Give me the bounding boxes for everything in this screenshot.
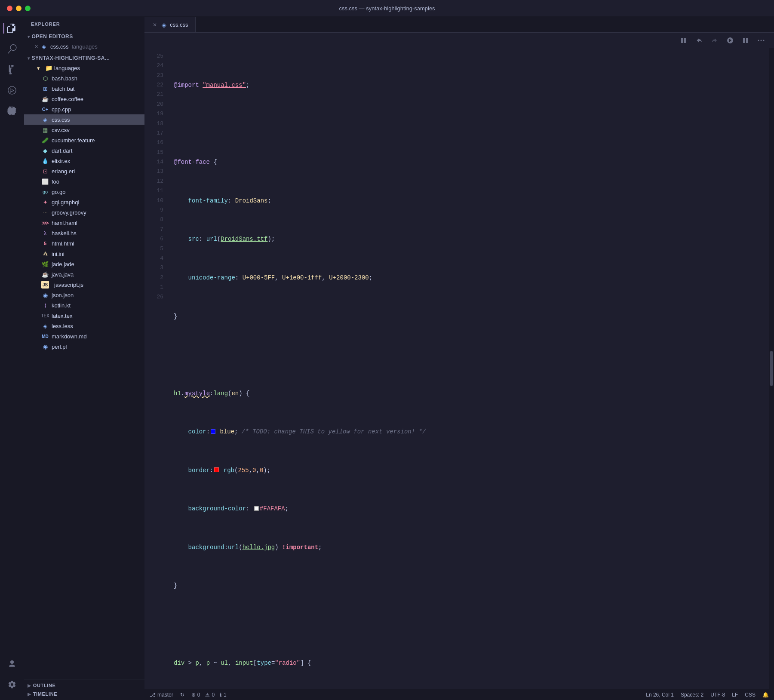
graphql-icon: ✦ [41, 198, 49, 206]
ln-25: 25 [148, 52, 163, 61]
file-java[interactable]: ☕ java.java [24, 269, 144, 279]
css-file-icon: ◈ [40, 43, 48, 50]
activity-account[interactable] [3, 655, 21, 672]
split-view-icon[interactable] [740, 34, 752, 46]
status-bar: ⎇ master ↻ ⊗ 0 ⚠ 0 ℹ 1 Ln 26, Col 1 [144, 689, 774, 700]
file-latex[interactable]: TEX latex.tex [24, 310, 144, 321]
file-haskell[interactable]: λ haskell.hs [24, 228, 144, 238]
cpp-icon: C+ [41, 105, 49, 113]
url-val: DroidSans.ttf [221, 234, 267, 244]
tab-css[interactable]: ✕ ◈ css.css [144, 17, 196, 32]
file-batch[interactable]: ⊞ batch.bat [24, 83, 144, 94]
go-back-icon[interactable] [693, 34, 705, 46]
comment-16: /* TODO: change THIS to yellow for next … [242, 427, 426, 436]
svg-point-2 [761, 40, 762, 41]
file-json[interactable]: ◉ json.json [24, 290, 144, 300]
spaces-status[interactable]: Spaces: 2 [681, 692, 703, 698]
minimize-button[interactable] [16, 6, 22, 11]
svg-point-1 [758, 40, 759, 41]
file-erlang[interactable]: ⊡ erlang.erl [24, 166, 144, 176]
file-js[interactable]: JS javascript.js [24, 279, 144, 290]
outline-section[interactable]: ▶ Outline [24, 681, 144, 690]
file-cucumber[interactable]: 🥒 cucumber.feature [24, 135, 144, 145]
line-ending-status[interactable]: LF [732, 692, 738, 698]
split-editor-icon[interactable] [678, 34, 690, 46]
activity-extensions[interactable] [3, 102, 21, 120]
ln-13: 13 [148, 167, 163, 177]
file-md[interactable]: MD markdown.md [24, 331, 144, 341]
foo-label: foo [52, 178, 59, 185]
tab-close-icon[interactable]: ✕ [151, 21, 158, 28]
sync-status[interactable]: ↻ [180, 692, 184, 698]
code-line-18 [174, 350, 762, 359]
important-kw: !important [282, 543, 318, 552]
project-header[interactable]: ▾ Syntax-Highlighting-Sa... [24, 53, 144, 63]
run-icon[interactable] [724, 34, 736, 46]
file-elixir[interactable]: 💧 elixir.ex [24, 156, 144, 166]
open-editor-css[interactable]: ✕ ◈ css.css languages [24, 41, 144, 52]
file-dart[interactable]: ◆ dart.dart [24, 145, 144, 156]
activity-explorer[interactable] [3, 20, 21, 37]
folder-icon: ▾ [34, 64, 42, 72]
file-csv[interactable]: ▦ csv.csv [24, 125, 144, 135]
encoding-status[interactable]: UTF-8 [710, 692, 725, 698]
coffee-icon: ☕ [41, 95, 49, 103]
file-cpp[interactable]: C+ cpp.cpp [24, 104, 144, 114]
file-css[interactable]: ◈ css.css [24, 114, 144, 125]
java-icon: ☕ [41, 270, 49, 278]
code-editor[interactable]: 25 24 23 22 21 20 19 18 17 16 15 14 13 1… [144, 48, 774, 689]
file-coffee[interactable]: ☕ coffee.coffee [24, 94, 144, 104]
status-right: Ln 26, Col 1 Spaces: 2 UTF-8 LF CSS 🔔 [646, 692, 769, 698]
border-prop: border [188, 466, 210, 475]
file-jade[interactable]: 🌿 jade.jade [24, 259, 144, 269]
md-label: markdown.md [52, 333, 87, 340]
file-haml[interactable]: ⋙ haml.haml [24, 218, 144, 228]
activity-source-control[interactable] [3, 61, 21, 78]
file-graphql[interactable]: ✦ gql.graphql [24, 197, 144, 207]
erlang-label: erlang.erl [52, 168, 75, 175]
ln-7: 7 [148, 225, 163, 234]
code-lines[interactable]: @import "manual.css" ; @font-face { fo [170, 48, 769, 689]
activity-search[interactable] [3, 40, 21, 58]
activity-settings[interactable] [3, 676, 21, 693]
ln-20: 20 [148, 100, 163, 109]
file-groovy[interactable]: ⋯ groovy.groovy [24, 207, 144, 218]
code-line-22: font-family : DroidSans ; [174, 196, 762, 206]
scrollbar[interactable] [769, 48, 774, 689]
close-icon[interactable]: ✕ [34, 44, 38, 49]
file-kotlin[interactable]: ⟩ kotlin.kt [24, 300, 144, 310]
file-perl[interactable]: ◉ perl.pl [24, 341, 144, 352]
timeline-section[interactable]: ▶ Timeline [24, 690, 144, 698]
folder-open-icon: 📁 [45, 64, 52, 72]
elixir-label: elixir.ex [52, 158, 70, 164]
file-less[interactable]: ◈ less.less [24, 321, 144, 331]
errors-status[interactable]: ⊗ 0 ⚠ 0 ℹ 1 [191, 692, 227, 698]
file-html[interactable]: 5 html.html [24, 238, 144, 249]
file-bash[interactable]: ⬡ bash.bash [24, 73, 144, 83]
folder-languages[interactable]: ▾ 📁 languages [24, 63, 144, 73]
activity-run[interactable] [3, 82, 21, 99]
ln-15: 15 [148, 148, 163, 157]
open-editors-label: Open Editors [31, 34, 73, 40]
language-status[interactable]: CSS [745, 692, 756, 698]
color-prop-16: color [188, 427, 206, 436]
branch-status[interactable]: ⎇ master [150, 692, 173, 698]
file-foo[interactable]: ⬜ foo [24, 176, 144, 187]
notification-status[interactable]: 🔔 [762, 692, 769, 698]
code-line-14: background-color : #FAFAFA ; [174, 504, 762, 513]
dart-label: dart.dart [52, 147, 72, 154]
go-forward-icon[interactable] [709, 34, 721, 46]
file-ini[interactable]: ⁂ ini.ini [24, 249, 144, 259]
file-go[interactable]: go go.go [24, 187, 144, 197]
more-actions-icon[interactable] [755, 34, 767, 46]
position-status[interactable]: Ln 26, Col 1 [646, 692, 674, 698]
html-label: html.html [52, 240, 74, 247]
coffee-label: coffee.coffee [52, 96, 83, 102]
open-editors-header[interactable]: ▾ Open Editors [24, 32, 144, 41]
font-face-kw: @font-face [174, 157, 210, 167]
language-label: CSS [745, 692, 756, 698]
maximize-button[interactable] [25, 6, 31, 11]
spaces-label: Spaces: 2 [681, 692, 703, 698]
close-button[interactable] [7, 6, 12, 11]
div-selector: div [174, 658, 184, 668]
